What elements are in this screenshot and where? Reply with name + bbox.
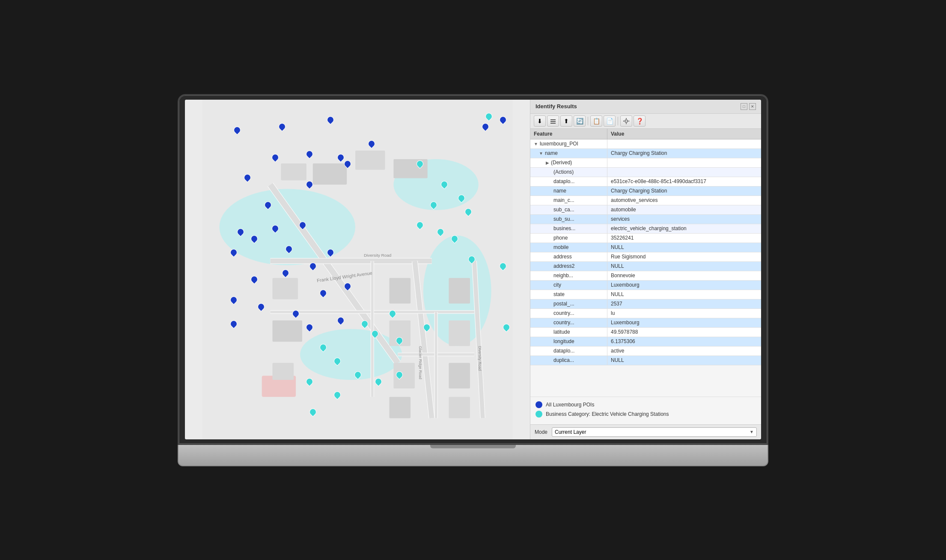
svg-rect-43 — [550, 119, 556, 120]
table-row[interactable]: postal_... 2537 — [530, 299, 761, 309]
panel-toolbar: ⬇ ⬆ 🔄 📋 📄 — [530, 114, 761, 129]
cyan-marker — [396, 371, 402, 379]
svg-rect-47 — [626, 118, 627, 119]
feature-name: dataplo... — [553, 348, 574, 354]
feature-name: longitude — [553, 338, 574, 344]
table-row[interactable]: longitude 6.1375306 — [530, 337, 761, 347]
blue-marker — [309, 263, 315, 270]
feature-cell: sub_ca... — [530, 205, 607, 214]
table-row[interactable]: mobile NULL — [530, 243, 761, 252]
value-cell — [607, 139, 761, 148]
titlebar-controls: □ ✕ — [741, 103, 756, 110]
value-cell: 2537 — [607, 299, 761, 308]
table-header: Feature Value — [530, 129, 761, 139]
blue-marker — [237, 228, 243, 236]
table-row[interactable]: address Rue Sigismond — [530, 252, 761, 262]
svg-rect-37 — [449, 278, 470, 303]
panel-titlebar: Identify Results □ ✕ — [530, 100, 761, 114]
table-row[interactable]: sub_ca... automobile — [530, 205, 761, 215]
table-row[interactable]: country... lu — [530, 309, 761, 318]
feature-name: main_c... — [553, 197, 574, 203]
feature-name: name — [553, 188, 566, 194]
svg-rect-32 — [273, 278, 298, 299]
table-row[interactable]: name Chargy Charging Station — [530, 187, 761, 196]
table-row[interactable]: ▼ name Chargy Charging Station — [530, 149, 761, 158]
cyan-marker — [451, 235, 457, 243]
feature-cell: country... — [530, 318, 607, 327]
toolbar-expand-button[interactable]: ⬇ — [534, 116, 546, 127]
expand-arrow-icon[interactable]: ▶ — [546, 160, 549, 165]
mode-select[interactable]: Current Layer ▼ — [552, 427, 757, 437]
close-button[interactable]: ✕ — [749, 103, 756, 110]
table-row[interactable]: latitude 49.5978788 — [530, 328, 761, 337]
feature-cell: state — [530, 290, 607, 299]
table-row[interactable]: ▶ (Derived) — [530, 158, 761, 168]
toolbar-print-button[interactable]: 📄 — [604, 116, 616, 127]
table-row[interactable]: neighb... Bonnevoie — [530, 271, 761, 281]
svg-point-46 — [625, 120, 628, 122]
feature-cell: address — [530, 252, 607, 261]
table-row[interactable]: main_c... automotive_services — [530, 196, 761, 205]
feature-cell: dataplo... — [530, 177, 607, 186]
value-cell: NULL — [607, 243, 761, 252]
feature-column-header: Feature — [530, 129, 607, 139]
feature-name: sub_su... — [553, 216, 574, 222]
toolbar-copy-button[interactable]: 📋 — [590, 116, 602, 127]
laptop-wrapper: Frank Lloyd Wright Avenue Diversity Road… — [178, 94, 768, 466]
expand-arrow-icon[interactable]: ▼ — [534, 142, 538, 146]
expand-arrow-icon[interactable]: ▼ — [539, 151, 543, 156]
table-row[interactable]: dataplo... active — [530, 347, 761, 356]
map-area[interactable]: Frank Lloyd Wright Avenue Diversity Road… — [185, 100, 530, 439]
blue-marker — [368, 140, 374, 148]
table-row[interactable]: country... Luxembourg — [530, 318, 761, 328]
toolbar-expand-all-button[interactable]: ⬆ — [560, 116, 572, 127]
svg-rect-45 — [550, 123, 556, 124]
feature-name: phone — [553, 235, 568, 241]
toolbar-refresh-button[interactable]: 🔄 — [574, 116, 586, 127]
cyan-marker — [465, 208, 471, 216]
toolbar-collapse-all-button[interactable] — [547, 116, 559, 127]
cyan-marker — [503, 324, 509, 332]
table-row[interactable]: sub_su... services — [530, 215, 761, 224]
blue-marker — [244, 174, 250, 182]
results-table[interactable]: ▼ luxembourg_POI ▼ name Chargy Charging … — [530, 139, 761, 397]
feature-cell: sub_su... — [530, 215, 607, 224]
feature-name: latitude — [553, 329, 570, 335]
minimize-button[interactable]: □ — [741, 103, 747, 110]
toolbar-help-button[interactable]: ❓ — [634, 116, 646, 127]
cyan-marker — [309, 409, 315, 416]
cyan-marker — [416, 222, 422, 229]
table-row[interactable]: address2 NULL — [530, 262, 761, 271]
table-row[interactable]: busines... electric_vehicle_charging_sta… — [530, 224, 761, 234]
feature-cell: ▶ (Derived) — [530, 158, 607, 167]
table-row[interactable]: (Actions) — [530, 168, 761, 177]
value-cell: services — [607, 215, 761, 224]
table-row[interactable]: city Luxembourg — [530, 281, 761, 290]
toolbar-settings-button[interactable] — [620, 116, 632, 127]
blue-marker — [230, 249, 236, 257]
blue-marker — [306, 181, 312, 189]
value-cell: NULL — [607, 290, 761, 299]
svg-text:Glacier Ridge Road: Glacier Ridge Road — [418, 346, 422, 379]
table-row[interactable]: dataplo... e531ce7c-e08e-488c-85c1-4990d… — [530, 177, 761, 187]
blue-marker — [230, 296, 236, 304]
feature-name: duplica... — [553, 357, 574, 363]
table-row[interactable]: ▼ luxembourg_POI — [530, 139, 761, 149]
feature-name: country... — [553, 310, 574, 316]
cyan-marker — [396, 337, 402, 345]
value-cell: 6.1375306 — [607, 337, 761, 346]
feature-cell: address2 — [530, 262, 607, 271]
feature-name: dataplo... — [553, 178, 574, 184]
table-row[interactable]: state NULL — [530, 290, 761, 299]
blue-marker — [299, 222, 305, 229]
svg-rect-29 — [313, 163, 347, 184]
mode-select-value: Current Layer — [555, 429, 586, 435]
blue-marker — [337, 317, 343, 325]
feature-cell: postal_... — [530, 299, 607, 308]
svg-rect-50 — [628, 121, 629, 121]
feature-cell: (Actions) — [530, 168, 607, 177]
svg-point-4 — [300, 329, 402, 379]
table-row[interactable]: duplica... NULL — [530, 356, 761, 365]
svg-rect-38 — [449, 320, 470, 346]
table-row[interactable]: phone 35226241 — [530, 234, 761, 243]
